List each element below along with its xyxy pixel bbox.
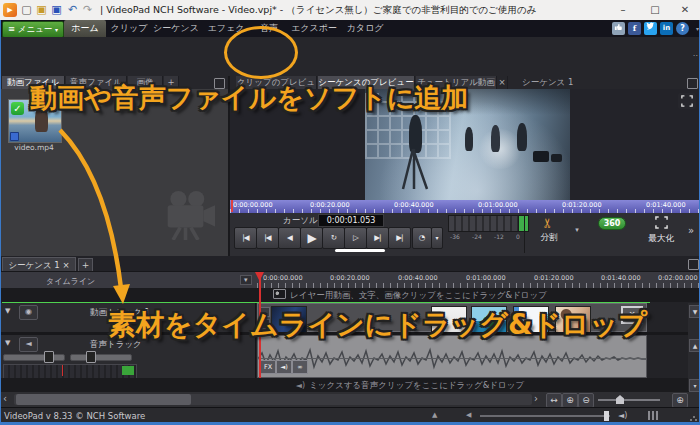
help-icon[interactable]: ? [676,22,689,35]
zoom-slider-track[interactable] [598,399,660,401]
play-button[interactable]: ▶ [300,227,323,249]
master-volume-track[interactable] [480,415,610,417]
redo-icon[interactable]: ↷ [81,3,94,16]
ruler-time: 0:01:40.000 [601,274,641,282]
new-project-icon[interactable]: ▢ [20,3,33,16]
volume-min-icon[interactable]: ◀ [466,411,471,419]
meter-label: -36 [450,233,460,240]
scissors-icon: ✂ [540,202,558,244]
mini-scroll-indicator[interactable] [335,249,385,252]
undo-icon[interactable]: ↶ [66,3,79,16]
save-project-icon[interactable]: ▣ [50,3,63,16]
scrub-time: 0:01:00.000 [478,201,518,209]
clip-fx-button[interactable]: FX [260,360,276,374]
fullscreen-icon[interactable] [678,93,696,109]
maximize-button[interactable]: □ [640,0,670,20]
tab-clip[interactable]: クリップ [110,20,148,37]
pan-slider-thumb[interactable] [86,351,96,363]
transport-separator [524,215,525,253]
prev-clip-button[interactable]: |◀ [256,227,279,249]
step-forward-button[interactable]: ▶| [366,227,389,249]
meter-label: -12 [494,233,504,240]
collapse-track-icon[interactable]: ▼ [5,307,10,315]
menu-bar: ≡ メニュー ▾ ホーム クリップ シーケンス エフェクト 音声 エクスポート … [0,20,700,37]
maximize-preview-button[interactable]: 最大化 [638,214,684,254]
zoom-full-icon[interactable]: ⊕ [672,393,688,408]
playback-options-dropdown[interactable]: ▾ [431,227,443,249]
overlay-track-dropzone[interactable]: レイヤー用動画、文字、画像クリップをここにドラッグ&ドロップ [0,288,700,302]
zoom-in-icon[interactable]: ⊕ [562,393,578,408]
like-icon[interactable] [612,22,625,35]
detach-panel-icon[interactable] [688,259,699,270]
scrub-time: 0:00:20.000 [310,201,350,209]
tab-home[interactable]: ホーム [64,20,106,37]
track-mute-icon[interactable]: ◄ [19,337,38,352]
scroll-left-icon[interactable]: ‹ [3,393,7,404]
resize-grip[interactable] [690,414,697,421]
add-sequence-button[interactable]: + [78,258,93,272]
ribbon-more-icon[interactable]: ‥ [693,49,698,58]
step-back-button[interactable]: ◀ [278,227,301,249]
check-icon: ✓ [11,102,24,115]
zoom-slider-thumb[interactable] [616,395,624,404]
scroll-right-icon[interactable]: › [534,393,538,404]
twitter-icon[interactable] [644,22,657,35]
amp-box [551,154,562,162]
window-border [0,20,1,422]
open-project-icon[interactable]: ▣ [35,3,48,16]
window-title: | VideoPad NCH Software - Video.vpj* - （… [100,4,536,17]
master-volume-thumb[interactable] [604,411,609,421]
sequence-tab[interactable]: シーケンス 1 × [2,257,76,272]
audio-mix-dropzone[interactable]: ◄)ミックスする音声クリップをここにドラッグ&ドロップ [0,378,700,392]
playback-timer-button[interactable]: ◔ [412,227,432,249]
menu-button[interactable]: ≡ メニュー ▾ [2,21,64,38]
detach-panel-icon[interactable] [687,78,698,89]
close-tab-icon[interactable]: × [497,76,508,89]
media-clip-name: video.mp4 [8,143,60,152]
transport-controls: カーソル: 0:00:01.053 |◀ |◀ ◀ ▶ ↻ ▷ ▶| ▶| ◔ … [230,213,700,256]
zoom-out-icon[interactable]: ⊖ [578,393,594,408]
tab-sequence[interactable]: シーケンス [152,20,200,37]
tab-catalog[interactable]: カタログ [344,20,386,37]
cursor-time-field[interactable]: 0:00:01.053 [318,214,384,227]
loop-button[interactable]: ↻ [322,227,345,249]
cursor-label: カーソル: [283,215,320,227]
preview-scrub-bar[interactable]: 0:00:00.000 0:00:20.000 0:00:40.000 0:01… [230,200,700,213]
go-start-button[interactable]: |◀ [234,227,257,249]
guitarist-figure [465,127,473,151]
pan-slider[interactable] [70,354,132,361]
more-controls-button[interactable]: » [688,225,694,236]
meter-bars-icon [648,411,658,420]
amp-box [533,151,549,162]
volume-slider-thumb[interactable] [44,351,54,363]
facebook-icon[interactable]: f [628,22,641,35]
go-end-button[interactable]: ▶| [388,227,411,249]
ruler-time: 0:02:00.000 [658,274,698,282]
volume-slider[interactable] [3,354,65,361]
play-slow-button[interactable]: ▷ [344,227,367,249]
minimize-button[interactable]: – [608,0,638,20]
scrub-position-marker[interactable] [231,200,233,212]
fit-timeline-icon[interactable]: ↔ [546,393,562,408]
timeline-options-dropdown[interactable]: ▾ [240,275,252,285]
tip-add-files: 動画や音声ファイルをソフトに追加 [30,80,468,116]
waveform [258,345,646,373]
meter-green-segment [122,366,134,375]
track-visibility-icon[interactable]: ◉ [19,305,38,320]
scrub-time: 0:01:20.000 [562,201,602,209]
clip-speaker-button[interactable]: ◄) [276,360,292,374]
speaker-icon[interactable]: ◄) [618,411,627,420]
tab-export[interactable]: エクスポート [288,20,340,37]
audio-track-meter [3,364,137,379]
collapse-track-icon[interactable]: ▼ [5,339,10,347]
meter-label: 0 [516,233,520,240]
clip-link-button[interactable]: ∞ [292,360,308,374]
split-button[interactable]: ✂ 分割 [528,214,570,254]
h-scrollbar-thumb[interactable] [16,394,191,405]
videopad-window: ▶ ▢ ▣ ▣ ↶ ↷ | VideoPad NCH Software - Vi… [0,0,700,425]
close-button[interactable]: ✕ [670,0,700,20]
ruler-time: 0:00:40.000 [398,274,438,282]
rotate-360-button[interactable]: 360 [590,214,634,254]
linkedin-icon[interactable]: in [660,22,673,35]
expand-panel-icon[interactable]: ▲ [432,411,437,419]
